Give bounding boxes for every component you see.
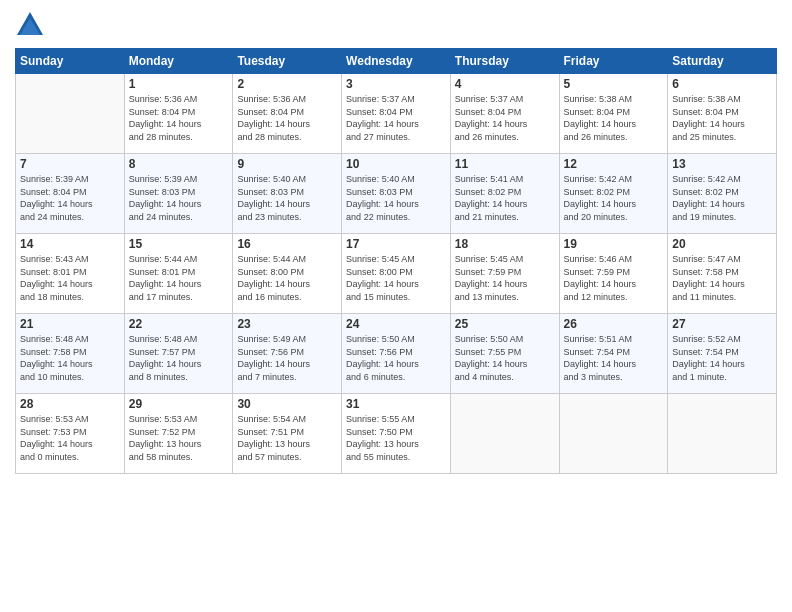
day-number: 23 [237, 317, 337, 331]
day-info: Sunrise: 5:53 AM Sunset: 7:53 PM Dayligh… [20, 413, 120, 463]
day-info: Sunrise: 5:36 AM Sunset: 8:04 PM Dayligh… [237, 93, 337, 143]
day-info: Sunrise: 5:49 AM Sunset: 7:56 PM Dayligh… [237, 333, 337, 383]
calendar-cell: 15Sunrise: 5:44 AM Sunset: 8:01 PM Dayli… [124, 234, 233, 314]
day-number: 10 [346, 157, 446, 171]
day-number: 6 [672, 77, 772, 91]
day-number: 7 [20, 157, 120, 171]
calendar-cell: 5Sunrise: 5:38 AM Sunset: 8:04 PM Daylig… [559, 74, 668, 154]
day-number: 21 [20, 317, 120, 331]
calendar-cell: 23Sunrise: 5:49 AM Sunset: 7:56 PM Dayli… [233, 314, 342, 394]
day-info: Sunrise: 5:50 AM Sunset: 7:55 PM Dayligh… [455, 333, 555, 383]
day-info: Sunrise: 5:45 AM Sunset: 7:59 PM Dayligh… [455, 253, 555, 303]
day-number: 2 [237, 77, 337, 91]
calendar-cell: 16Sunrise: 5:44 AM Sunset: 8:00 PM Dayli… [233, 234, 342, 314]
day-number: 14 [20, 237, 120, 251]
day-info: Sunrise: 5:36 AM Sunset: 8:04 PM Dayligh… [129, 93, 229, 143]
day-number: 8 [129, 157, 229, 171]
day-info: Sunrise: 5:46 AM Sunset: 7:59 PM Dayligh… [564, 253, 664, 303]
day-number: 31 [346, 397, 446, 411]
day-info: Sunrise: 5:39 AM Sunset: 8:04 PM Dayligh… [20, 173, 120, 223]
calendar-cell: 13Sunrise: 5:42 AM Sunset: 8:02 PM Dayli… [668, 154, 777, 234]
day-info: Sunrise: 5:41 AM Sunset: 8:02 PM Dayligh… [455, 173, 555, 223]
logo [15, 10, 47, 40]
day-number: 12 [564, 157, 664, 171]
calendar-cell: 7Sunrise: 5:39 AM Sunset: 8:04 PM Daylig… [16, 154, 125, 234]
weekday-header: Sunday [16, 49, 125, 74]
calendar-cell: 9Sunrise: 5:40 AM Sunset: 8:03 PM Daylig… [233, 154, 342, 234]
weekday-header: Saturday [668, 49, 777, 74]
calendar-cell: 27Sunrise: 5:52 AM Sunset: 7:54 PM Dayli… [668, 314, 777, 394]
day-number: 3 [346, 77, 446, 91]
calendar-week-row: 28Sunrise: 5:53 AM Sunset: 7:53 PM Dayli… [16, 394, 777, 474]
day-number: 20 [672, 237, 772, 251]
day-info: Sunrise: 5:38 AM Sunset: 8:04 PM Dayligh… [564, 93, 664, 143]
calendar: SundayMondayTuesdayWednesdayThursdayFrid… [15, 48, 777, 474]
header [15, 10, 777, 40]
day-number: 28 [20, 397, 120, 411]
calendar-cell: 3Sunrise: 5:37 AM Sunset: 8:04 PM Daylig… [342, 74, 451, 154]
day-info: Sunrise: 5:51 AM Sunset: 7:54 PM Dayligh… [564, 333, 664, 383]
weekday-header: Thursday [450, 49, 559, 74]
calendar-week-row: 14Sunrise: 5:43 AM Sunset: 8:01 PM Dayli… [16, 234, 777, 314]
calendar-cell [559, 394, 668, 474]
day-number: 16 [237, 237, 337, 251]
calendar-cell: 17Sunrise: 5:45 AM Sunset: 8:00 PM Dayli… [342, 234, 451, 314]
calendar-cell: 28Sunrise: 5:53 AM Sunset: 7:53 PM Dayli… [16, 394, 125, 474]
day-number: 22 [129, 317, 229, 331]
day-info: Sunrise: 5:40 AM Sunset: 8:03 PM Dayligh… [346, 173, 446, 223]
day-info: Sunrise: 5:45 AM Sunset: 8:00 PM Dayligh… [346, 253, 446, 303]
calendar-week-row: 1Sunrise: 5:36 AM Sunset: 8:04 PM Daylig… [16, 74, 777, 154]
calendar-cell: 1Sunrise: 5:36 AM Sunset: 8:04 PM Daylig… [124, 74, 233, 154]
day-number: 15 [129, 237, 229, 251]
calendar-cell: 25Sunrise: 5:50 AM Sunset: 7:55 PM Dayli… [450, 314, 559, 394]
weekday-header: Tuesday [233, 49, 342, 74]
day-info: Sunrise: 5:37 AM Sunset: 8:04 PM Dayligh… [455, 93, 555, 143]
day-number: 5 [564, 77, 664, 91]
calendar-cell: 30Sunrise: 5:54 AM Sunset: 7:51 PM Dayli… [233, 394, 342, 474]
weekday-header: Monday [124, 49, 233, 74]
day-info: Sunrise: 5:42 AM Sunset: 8:02 PM Dayligh… [564, 173, 664, 223]
day-number: 27 [672, 317, 772, 331]
page: SundayMondayTuesdayWednesdayThursdayFrid… [0, 0, 792, 612]
day-info: Sunrise: 5:48 AM Sunset: 7:57 PM Dayligh… [129, 333, 229, 383]
day-info: Sunrise: 5:43 AM Sunset: 8:01 PM Dayligh… [20, 253, 120, 303]
day-number: 26 [564, 317, 664, 331]
calendar-cell: 2Sunrise: 5:36 AM Sunset: 8:04 PM Daylig… [233, 74, 342, 154]
day-info: Sunrise: 5:38 AM Sunset: 8:04 PM Dayligh… [672, 93, 772, 143]
calendar-cell: 10Sunrise: 5:40 AM Sunset: 8:03 PM Dayli… [342, 154, 451, 234]
calendar-cell: 12Sunrise: 5:42 AM Sunset: 8:02 PM Dayli… [559, 154, 668, 234]
calendar-cell: 4Sunrise: 5:37 AM Sunset: 8:04 PM Daylig… [450, 74, 559, 154]
calendar-header-row: SundayMondayTuesdayWednesdayThursdayFrid… [16, 49, 777, 74]
day-number: 30 [237, 397, 337, 411]
calendar-week-row: 21Sunrise: 5:48 AM Sunset: 7:58 PM Dayli… [16, 314, 777, 394]
calendar-cell [16, 74, 125, 154]
day-number: 24 [346, 317, 446, 331]
calendar-week-row: 7Sunrise: 5:39 AM Sunset: 8:04 PM Daylig… [16, 154, 777, 234]
day-number: 4 [455, 77, 555, 91]
calendar-cell: 24Sunrise: 5:50 AM Sunset: 7:56 PM Dayli… [342, 314, 451, 394]
calendar-cell: 11Sunrise: 5:41 AM Sunset: 8:02 PM Dayli… [450, 154, 559, 234]
calendar-cell: 8Sunrise: 5:39 AM Sunset: 8:03 PM Daylig… [124, 154, 233, 234]
day-info: Sunrise: 5:37 AM Sunset: 8:04 PM Dayligh… [346, 93, 446, 143]
logo-icon [15, 10, 45, 40]
weekday-header: Wednesday [342, 49, 451, 74]
day-info: Sunrise: 5:40 AM Sunset: 8:03 PM Dayligh… [237, 173, 337, 223]
calendar-cell: 6Sunrise: 5:38 AM Sunset: 8:04 PM Daylig… [668, 74, 777, 154]
calendar-cell: 22Sunrise: 5:48 AM Sunset: 7:57 PM Dayli… [124, 314, 233, 394]
day-number: 19 [564, 237, 664, 251]
calendar-cell: 14Sunrise: 5:43 AM Sunset: 8:01 PM Dayli… [16, 234, 125, 314]
calendar-cell: 31Sunrise: 5:55 AM Sunset: 7:50 PM Dayli… [342, 394, 451, 474]
calendar-cell: 19Sunrise: 5:46 AM Sunset: 7:59 PM Dayli… [559, 234, 668, 314]
day-info: Sunrise: 5:39 AM Sunset: 8:03 PM Dayligh… [129, 173, 229, 223]
day-info: Sunrise: 5:47 AM Sunset: 7:58 PM Dayligh… [672, 253, 772, 303]
day-info: Sunrise: 5:42 AM Sunset: 8:02 PM Dayligh… [672, 173, 772, 223]
day-number: 9 [237, 157, 337, 171]
calendar-cell [450, 394, 559, 474]
day-info: Sunrise: 5:44 AM Sunset: 8:01 PM Dayligh… [129, 253, 229, 303]
day-number: 25 [455, 317, 555, 331]
day-info: Sunrise: 5:48 AM Sunset: 7:58 PM Dayligh… [20, 333, 120, 383]
calendar-cell: 26Sunrise: 5:51 AM Sunset: 7:54 PM Dayli… [559, 314, 668, 394]
day-number: 13 [672, 157, 772, 171]
day-info: Sunrise: 5:44 AM Sunset: 8:00 PM Dayligh… [237, 253, 337, 303]
day-number: 18 [455, 237, 555, 251]
